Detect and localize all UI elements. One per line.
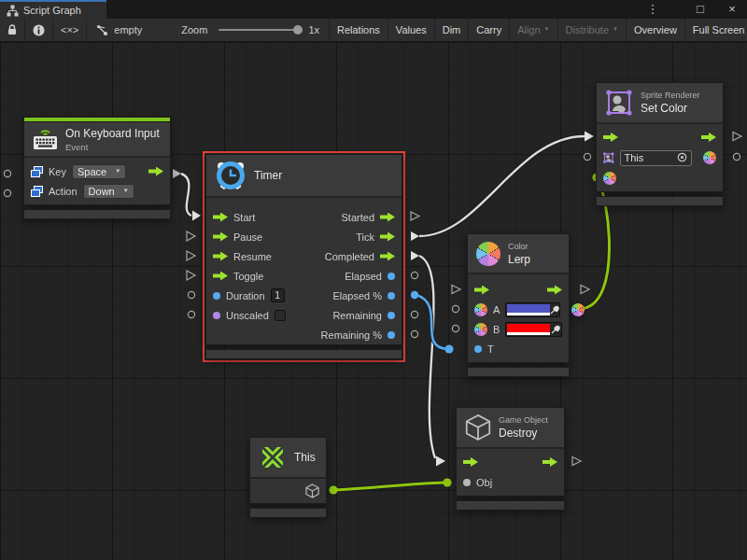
- port-timer-out-elapsedpct[interactable]: [411, 291, 418, 299]
- close-icon[interactable]: ×: [725, 0, 740, 19]
- exec-in-arrow[interactable]: [463, 457, 478, 467]
- wire-keyboard-to-timer-start[interactable]: [181, 174, 201, 221]
- exec-out-arrow[interactable]: [380, 213, 395, 222]
- node-footer: [205, 349, 402, 359]
- wire-this-to-obj[interactable]: [329, 478, 451, 494]
- lock-button[interactable]: [0, 19, 25, 41]
- node-supertitle: Color: [508, 242, 530, 251]
- zoom-slider-handle[interactable]: [293, 25, 303, 35]
- info-button[interactable]: [25, 19, 53, 41]
- color-b-swatch[interactable]: [505, 322, 562, 337]
- distribute-button[interactable]: Distribute▼: [558, 19, 627, 41]
- exec-out-arrow[interactable]: [547, 286, 562, 295]
- align-button[interactable]: Align▼: [510, 19, 557, 41]
- color-a-swatch[interactable]: [505, 302, 560, 317]
- port-lerp-out-exec[interactable]: [581, 286, 589, 294]
- port-timer-in-unscaled[interactable]: [188, 311, 194, 317]
- fullscreen-button[interactable]: Full Screen: [685, 19, 747, 41]
- port-timer-out-tick[interactable]: [411, 231, 419, 241]
- port-timer-in-pause[interactable]: [187, 231, 195, 241]
- game-object-icon: [465, 413, 491, 441]
- carry-button[interactable]: Carry: [469, 19, 510, 41]
- titlebar: Script Graph ⋮ □ ×: [0, 0, 747, 19]
- exec-in-arrow[interactable]: [213, 213, 228, 222]
- sprite-renderer-mini-icon: [603, 151, 614, 164]
- exec-out-arrow[interactable]: [543, 457, 557, 467]
- zoom-slider[interactable]: [218, 29, 301, 31]
- graph-canvas[interactable]: On Keyboard Input Event Key Space▼: [0, 42, 747, 560]
- node-this[interactable]: This: [249, 437, 327, 518]
- info-icon: [33, 24, 45, 36]
- action-dropdown[interactable]: Down▼: [83, 184, 134, 199]
- action-label: Action: [49, 186, 78, 197]
- value-out-dot[interactable]: [388, 273, 395, 280]
- exec-out-arrow[interactable]: [380, 232, 395, 242]
- exec-in-arrow[interactable]: [213, 252, 228, 261]
- color-out-port[interactable]: [571, 303, 585, 316]
- port-setcolor-out-exec[interactable]: [733, 133, 741, 141]
- value-out-dot[interactable]: [388, 292, 395, 300]
- port-lerp-in-a[interactable]: [452, 305, 458, 312]
- port-keyboard-in-action[interactable]: [4, 189, 10, 196]
- node-set-color[interactable]: Sprite Renderer Set Color: [596, 82, 724, 206]
- value-in-dot[interactable]: [213, 292, 220, 300]
- port-timer-out-remaining[interactable]: [411, 311, 417, 317]
- object-picker-icon[interactable]: [677, 152, 687, 164]
- dim-button[interactable]: Dim: [435, 19, 470, 41]
- node-title: This: [294, 451, 316, 464]
- port-timer-in-resume[interactable]: [187, 251, 195, 260]
- value-in-dot[interactable]: [474, 345, 482, 353]
- port-lerp-in-b[interactable]: [452, 325, 458, 331]
- exec-in-arrow[interactable]: [213, 232, 228, 242]
- tab-script-graph[interactable]: Script Graph: [0, 0, 106, 19]
- node-destroy[interactable]: Game Object Destroy Obj: [456, 407, 565, 511]
- duration-input[interactable]: 1: [271, 288, 285, 302]
- eyedropper-icon[interactable]: [550, 303, 559, 316]
- exec-out-arrow[interactable]: [148, 167, 163, 176]
- exec-in-arrow[interactable]: [213, 272, 228, 281]
- values-button[interactable]: Values: [388, 19, 435, 41]
- wire-tick-to-setcolor[interactable]: [419, 132, 594, 237]
- color-out-port[interactable]: [703, 151, 716, 164]
- node-color-lerp[interactable]: Color Lerp A: [467, 233, 570, 377]
- obj-in-dot[interactable]: [463, 479, 471, 486]
- overview-button[interactable]: Overview: [627, 19, 685, 41]
- exec-in-arrow[interactable]: [474, 286, 489, 295]
- node-timer[interactable]: Timer StartStarted PauseTick ResumeCompl…: [205, 154, 402, 359]
- game-object-icon[interactable]: [305, 483, 319, 498]
- node-on-keyboard-input[interactable]: On Keyboard Input Event Key Space▼: [23, 117, 171, 219]
- port-timer-out-started[interactable]: [411, 212, 419, 220]
- exec-in-arrow[interactable]: [603, 133, 618, 142]
- code-preview-button[interactable]: <×>: [53, 19, 87, 41]
- port-timer-out-completed[interactable]: [411, 251, 419, 260]
- eyedropper-icon[interactable]: [550, 323, 561, 336]
- port-timer-out-elapsed[interactable]: [411, 272, 417, 278]
- port-keyboard-in-key[interactable]: [4, 170, 10, 176]
- port-setcolor-out-color[interactable]: [733, 153, 740, 160]
- exec-out-arrow[interactable]: [701, 133, 716, 142]
- unscaled-checkbox[interactable]: [275, 310, 286, 321]
- key-dropdown[interactable]: Space▼: [72, 164, 126, 179]
- chevron-down-icon: ▼: [613, 26, 618, 32]
- port-timer-out-remainingpct[interactable]: [411, 330, 417, 337]
- maximize-icon[interactable]: □: [693, 0, 708, 19]
- value-out-dot[interactable]: [388, 312, 395, 319]
- keyboard-icon: [33, 128, 58, 150]
- value-in-dot[interactable]: [213, 312, 220, 319]
- wire-completed-to-destroy[interactable]: [419, 256, 445, 467]
- port-keyboard-out-exec[interactable]: [173, 169, 181, 178]
- exec-out-arrow[interactable]: [380, 252, 395, 261]
- color-type-icon: [474, 303, 487, 316]
- port-lerp-in-exec[interactable]: [452, 286, 460, 294]
- port-timer-in-toggle[interactable]: [187, 271, 195, 280]
- value-out-dot[interactable]: [388, 331, 395, 339]
- port-destroy-out-exec[interactable]: [572, 457, 581, 466]
- port-timer-in-duration[interactable]: [188, 291, 194, 298]
- port-setcolor-in-target[interactable]: [584, 153, 590, 160]
- node-title: Timer: [254, 169, 282, 182]
- window-menu-icon[interactable]: ⋮: [646, 0, 659, 19]
- relations-button[interactable]: Relations: [330, 19, 388, 41]
- target-object-field[interactable]: This: [620, 150, 692, 166]
- color-in-port[interactable]: [603, 172, 616, 185]
- color-wheel-icon: [476, 242, 500, 266]
